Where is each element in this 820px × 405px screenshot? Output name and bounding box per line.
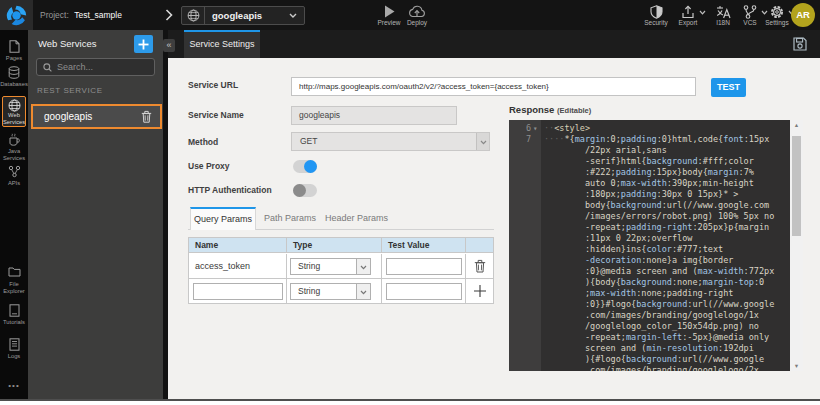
search-icon: [43, 63, 52, 72]
deploy-button[interactable]: Deploy: [395, 0, 439, 30]
code-line: .com/images/branding/googlelogo/2x: [509, 365, 787, 371]
code-line: auto 0;max-width:390px;min-height: [509, 178, 787, 189]
plus-icon: [473, 285, 486, 298]
code-line: :hidden}ins{color:#777;text: [509, 244, 787, 255]
add-param-button[interactable]: [466, 279, 493, 303]
code-line: body{background:url(//www.google.com: [509, 200, 787, 211]
code-line: ){body{background:none;margin-top:0: [509, 277, 787, 288]
tab-header-params[interactable]: Header Params: [325, 213, 388, 223]
rail-item-java-services[interactable]: JavaServices: [0, 133, 28, 161]
code-line: :#222;padding:15px}body{margin:7%: [509, 167, 787, 178]
response-code-editor[interactable]: 6▾··<style>7····*{margin:0;padding:0}htm…: [509, 120, 803, 371]
rail-label: Pages: [0, 55, 28, 62]
toggle-knob: [304, 160, 317, 173]
code-line: /images/errors/robot.png) 100% 5px no: [509, 211, 787, 222]
collapse-panel-button[interactable]: «: [163, 39, 175, 52]
tutorials-icon: [0, 304, 28, 317]
save-icon[interactable]: [793, 37, 807, 51]
column-header-name: Name: [189, 238, 287, 252]
param-test-value-input[interactable]: [386, 258, 462, 275]
column-header-actions: [466, 238, 493, 252]
code-line: .com/images/branding/googlelogo/1x: [509, 310, 787, 321]
rail-label: JavaServices: [0, 148, 28, 161]
search-placeholder: Search...: [57, 59, 93, 75]
trash-icon[interactable]: [141, 110, 152, 128]
plus-icon: [138, 39, 149, 50]
chevron-down-icon: [289, 13, 297, 31]
rail-label: APIs: [0, 180, 28, 187]
code-line: :11px 0 22px;overflow: [509, 233, 787, 244]
cloud-upload-icon: [395, 5, 439, 19]
code-line: -repeat;margin-left:-5px}@media only: [509, 332, 787, 343]
method-select[interactable]: GET: [291, 132, 490, 151]
code-line: :0}@media screen and (max-width:772px: [509, 266, 787, 277]
use-proxy-toggle[interactable]: [293, 160, 317, 173]
chevron-down-icon: [476, 133, 489, 150]
response-label: Response (Editable): [509, 104, 591, 115]
service-list-item-googleapis[interactable]: googleapis: [31, 104, 162, 129]
project-breadcrumb: Project: Test_sample: [40, 0, 122, 30]
use-proxy-label: Use Proxy: [188, 161, 230, 171]
editor-lines: 6▾··<style>7····*{margin:0;padding:0}htm…: [509, 123, 787, 371]
service-name-input[interactable]: googleapis: [291, 106, 457, 125]
rail-item-logs[interactable]: Logs: [0, 338, 28, 360]
toggle-knob: [293, 184, 306, 197]
rail-item-apis[interactable]: APIs: [0, 165, 28, 187]
wavemaker-logo-icon: [6, 5, 27, 26]
trash-icon: [474, 259, 486, 273]
code-line: ;max-width:none;padding-right: [509, 288, 787, 299]
service-selector-dropdown[interactable]: googleapis: [181, 6, 305, 25]
code-line: -serif}html{background:#fff;color: [509, 156, 787, 167]
rest-service-section-label: REST SERVICE: [37, 86, 103, 95]
param-name-value: access_token: [195, 254, 250, 279]
tab-path-params[interactable]: Path Params: [264, 213, 316, 223]
service-item-name: googleapis: [44, 106, 92, 127]
left-icon-rail: Pages Databases: [0, 30, 28, 401]
table-row: access_token String: [189, 254, 493, 279]
service-url-input[interactable]: [291, 77, 696, 96]
table-row: String: [189, 279, 493, 303]
chevron-down-icon: [356, 259, 370, 274]
rail-item-databases[interactable]: Databases: [0, 66, 28, 88]
brand-logo[interactable]: [0, 0, 33, 30]
params-table: Name Type Test Value access_token String: [188, 237, 494, 304]
param-type-value: String: [298, 284, 320, 299]
param-type-select[interactable]: String: [290, 258, 371, 275]
service-settings-content: Service URL TEST Service Name googleapis…: [168, 58, 820, 401]
code-line: ){#logo{background:url(//www.google: [509, 354, 787, 365]
deploy-label: Deploy: [395, 19, 439, 26]
rail-item-tutorials[interactable]: Tutorials: [0, 304, 28, 326]
breadcrumb-chevron-icon: [165, 9, 173, 27]
rail-item-pages[interactable]: Pages: [0, 40, 28, 62]
http-auth-toggle[interactable]: [293, 184, 317, 197]
add-service-button[interactable]: [134, 35, 153, 53]
service-name-label: Service Name: [188, 110, 244, 120]
test-button[interactable]: TEST: [711, 78, 746, 97]
user-avatar[interactable]: AR: [791, 3, 815, 27]
rail-more-button[interactable]: •••: [0, 381, 28, 390]
service-selector-value: googleapis: [212, 7, 262, 24]
rail-label: FileExplorer: [0, 281, 28, 294]
code-line: screen and (min-resolution:192dpi: [509, 343, 787, 354]
code-line: /googlelogo_color_150x54dp.png) no: [509, 321, 787, 332]
code-line: /22px arial,sans: [509, 145, 787, 156]
editor-scrollbar[interactable]: ▲ ▼: [790, 120, 803, 371]
new-param-test-value-input[interactable]: [386, 283, 462, 300]
param-type-select[interactable]: String: [290, 283, 371, 300]
folder-icon: [0, 266, 28, 279]
scrollbar-thumb[interactable]: [792, 136, 801, 236]
scroll-up-icon[interactable]: ▲: [790, 121, 803, 129]
studio-app: Project: Test_sample googleapis: [0, 0, 820, 401]
web-services-panel: Web Services Search... REST SERVICE goog…: [28, 30, 163, 401]
service-url-label: Service URL: [188, 80, 238, 90]
new-param-name-input[interactable]: [193, 283, 283, 300]
main-area: Service Settings Service URL TEST Servic…: [168, 30, 820, 401]
delete-param-button[interactable]: [466, 254, 493, 278]
scroll-down-icon[interactable]: ▼: [790, 362, 803, 370]
tab-service-settings[interactable]: Service Settings: [184, 30, 260, 58]
rail-item-web-services[interactable]: WebServices: [2, 96, 26, 127]
search-input[interactable]: Search...: [36, 58, 155, 76]
rail-item-file-explorer[interactable]: FileExplorer: [0, 266, 28, 294]
globe-icon: [3, 99, 25, 111]
tab-query-params[interactable]: Query Params: [190, 207, 256, 230]
